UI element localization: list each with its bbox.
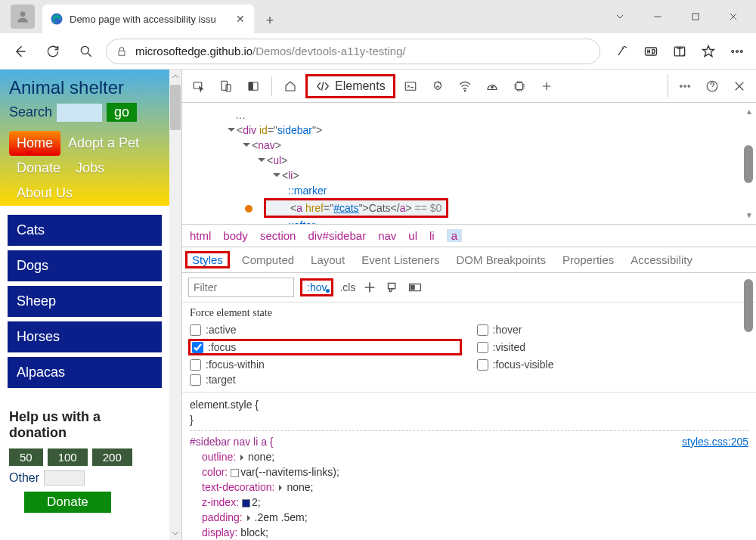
back-button[interactable] <box>6 38 33 65</box>
devtools-more-icon[interactable] <box>673 74 697 98</box>
state-focus-within[interactable]: :focus-within <box>190 358 462 371</box>
state-target[interactable]: :target <box>190 374 462 386</box>
console-icon[interactable] <box>398 74 423 98</box>
browser-tab[interactable]: Demo page with accessibility issu ✕ <box>42 5 254 33</box>
search-button[interactable] <box>73 38 100 65</box>
nav-about[interactable]: About Us <box>9 181 160 206</box>
chevron-down-icon[interactable] <box>603 5 637 29</box>
svg-rect-2 <box>692 14 699 20</box>
svg-point-19 <box>680 85 682 86</box>
go-button[interactable]: go <box>107 103 137 122</box>
inspect-icon[interactable] <box>187 74 211 98</box>
state-focus-visible[interactable]: :focus-visible <box>477 358 749 371</box>
profile-icon[interactable] <box>11 5 35 29</box>
flex-icon[interactable] <box>407 279 423 296</box>
close-button[interactable] <box>717 5 750 29</box>
add-tab-icon[interactable] <box>534 74 559 98</box>
hov-toggle[interactable]: :hov <box>300 278 333 296</box>
reader-icon[interactable] <box>667 39 692 64</box>
titlebar: Demo page with accessibility issu ✕ + <box>0 0 756 33</box>
site-title: Animal shelter <box>9 77 160 98</box>
nav-donate[interactable]: Donate <box>9 156 68 181</box>
donate-button[interactable]: Donate <box>24 492 111 513</box>
sources-icon[interactable] <box>426 74 450 98</box>
svg-point-0 <box>20 11 26 17</box>
tab-properties[interactable]: Properties <box>562 253 614 266</box>
dom-breadcrumb[interactable]: html body section div#sidebar nav ul li … <box>182 224 756 247</box>
page-viewport: Animal shelter Search go Home Adopt a Pe… <box>0 70 181 540</box>
welcome-icon[interactable] <box>278 74 302 98</box>
tab-title: Demo page with accessibility issu <box>70 14 234 25</box>
svg-point-9 <box>741 50 743 52</box>
network-icon[interactable] <box>453 74 477 98</box>
category-sheep[interactable]: Sheep <box>8 286 162 317</box>
more-icon[interactable] <box>724 39 750 64</box>
amount-100[interactable]: 100 <box>48 448 88 466</box>
styles-panel: :hov .cls Force element state :active :h… <box>182 273 756 540</box>
browser-toolbar: microsoftedge.github.io/Demos/devtools-a… <box>0 33 756 70</box>
tab-dombp[interactable]: DOM Breakpoints <box>457 253 546 266</box>
other-input[interactable] <box>44 470 85 486</box>
selected-dom-node[interactable]: <a href="#cats">Cats</a> == $0 <box>264 198 448 218</box>
other-label: Other <box>9 471 39 485</box>
svg-rect-15 <box>405 82 416 90</box>
amount-50[interactable]: 50 <box>9 448 43 466</box>
devtools-panel: Elements … <div id="sidebar"> <nav> <ul>… <box>181 70 756 540</box>
favorite-icon[interactable] <box>696 39 721 64</box>
state-visited[interactable]: :visited <box>477 339 749 355</box>
category-dogs[interactable]: Dogs <box>8 250 162 281</box>
device-icon[interactable] <box>214 74 238 98</box>
tab-computed[interactable]: Computed <box>242 253 294 266</box>
elements-tab[interactable]: Elements <box>305 74 395 98</box>
styles-scrollbar[interactable] <box>744 276 754 537</box>
cls-toggle[interactable]: .cls <box>339 281 355 293</box>
state-active[interactable]: :active <box>190 324 462 336</box>
tab-accessibility[interactable]: Accessibility <box>631 253 692 266</box>
state-focus[interactable]: :focus <box>192 341 236 353</box>
category-list: Cats Dogs Sheep Horses Alpacas <box>0 206 169 402</box>
styles-filter-input[interactable] <box>188 278 294 297</box>
search-label: Search <box>9 104 52 120</box>
styles-tabs: Styles Computed Layout Event Listeners D… <box>182 247 756 273</box>
brush-icon[interactable] <box>384 279 401 296</box>
page-scrollbar[interactable] <box>169 70 181 540</box>
new-tab-button[interactable]: + <box>257 8 283 33</box>
tab-listeners[interactable]: Event Listeners <box>361 253 439 266</box>
devtools-close-icon[interactable] <box>727 74 751 98</box>
read-aloud-icon[interactable] <box>609 39 635 64</box>
nav-home[interactable]: Home <box>9 131 60 156</box>
refresh-button[interactable] <box>39 38 67 65</box>
svg-point-8 <box>736 50 739 52</box>
dom-tree[interactable]: … <div id="sidebar"> <nav> <ul> <li> ::m… <box>182 103 756 224</box>
nav-adopt[interactable]: Adopt a Pet <box>60 131 147 156</box>
tab-close-icon[interactable]: ✕ <box>234 13 246 25</box>
hd-icon[interactable] <box>638 39 664 64</box>
maximize-button[interactable] <box>679 5 712 29</box>
dock-icon[interactable] <box>241 74 265 98</box>
performance-icon[interactable] <box>480 74 504 98</box>
category-horses[interactable]: Horses <box>8 321 162 352</box>
dom-scrollbar[interactable]: ▲ ▼ <box>744 107 754 219</box>
search-input[interactable] <box>57 104 102 122</box>
edge-icon <box>50 12 64 26</box>
tab-styles[interactable]: Styles <box>185 251 230 268</box>
help-icon[interactable] <box>700 74 724 98</box>
amount-200[interactable]: 200 <box>92 448 132 466</box>
address-bar[interactable]: microsoftedge.github.io/Demos/devtools-a… <box>106 39 600 64</box>
category-alpacas[interactable]: Alpacas <box>8 357 162 388</box>
state-hover[interactable]: :hover <box>477 324 749 336</box>
tab-layout[interactable]: Layout <box>311 253 345 266</box>
source-link[interactable]: styles.css:205 <box>682 434 748 449</box>
nav-jobs[interactable]: Jobs <box>68 156 112 181</box>
minimize-button[interactable] <box>641 5 674 29</box>
svg-rect-24 <box>411 285 415 290</box>
svg-point-17 <box>491 86 493 88</box>
category-cats[interactable]: Cats <box>8 215 162 246</box>
force-state-panel: Force element state :active :hover :focu… <box>182 303 756 393</box>
memory-icon[interactable] <box>507 74 531 98</box>
svg-rect-4 <box>119 51 125 55</box>
donation-heading: Help us with a donation <box>9 409 160 441</box>
new-style-icon[interactable] <box>361 279 378 296</box>
svg-rect-14 <box>249 82 253 90</box>
css-rules[interactable]: element.style { } #sidebar nav li a { st… <box>182 393 756 540</box>
